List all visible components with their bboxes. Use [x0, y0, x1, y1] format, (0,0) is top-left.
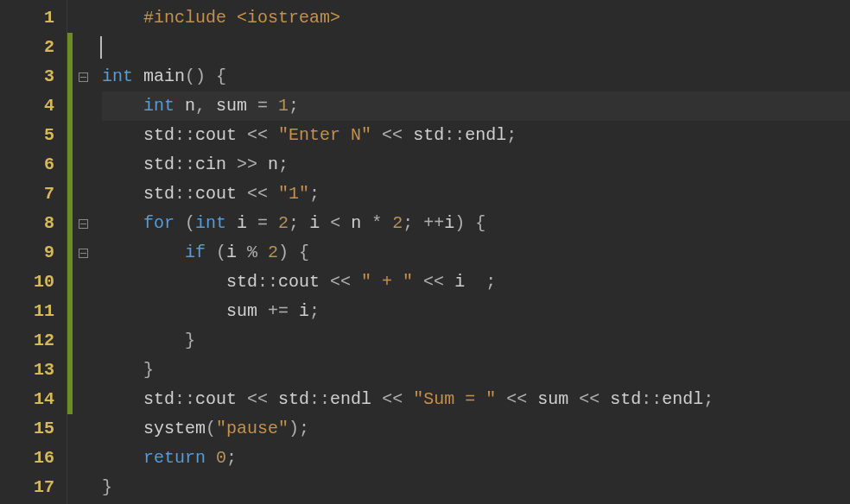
code-line[interactable]: int n, sum = 1; — [102, 91, 850, 121]
token: cout — [195, 389, 247, 409]
code-line[interactable]: if (i % 2) { — [102, 238, 850, 268]
code-line[interactable]: for (int i = 2; i < n * 2; ++i) { — [102, 209, 850, 238]
code-line[interactable]: std::cout << std::endl << "Sum = " << su… — [102, 385, 850, 414]
code-line[interactable]: sum += i; — [102, 297, 850, 326]
fold-cell — [73, 121, 93, 150]
fold-cell — [73, 150, 93, 180]
fold-cell — [73, 356, 93, 385]
token: if — [185, 243, 216, 262]
token: ; — [403, 213, 423, 233]
token: ); — [289, 419, 309, 438]
code-line[interactable] — [102, 33, 850, 62]
code-area[interactable]: #include <iostream>int main() { int n, s… — [93, 0, 850, 504]
token: i — [309, 213, 330, 233]
token: } — [143, 360, 154, 380]
token: std — [143, 154, 174, 174]
fold-toggle-icon[interactable] — [79, 219, 88, 229]
line-number: 16 — [19, 444, 54, 473]
code-editor[interactable]: 1234567891011121314151617 #include <iost… — [0, 0, 850, 504]
code-line[interactable]: } — [102, 326, 850, 356]
line-number: 6 — [19, 150, 54, 180]
token: << — [247, 125, 278, 145]
token: :: — [641, 389, 662, 409]
token: return — [143, 448, 216, 468]
fold-toggle-icon[interactable] — [79, 72, 88, 82]
code-line[interactable]: system("pause"); — [102, 414, 850, 444]
token: ) { — [454, 213, 485, 233]
code-line[interactable]: int main() { — [102, 62, 850, 91]
token: #include — [143, 8, 237, 28]
fold-cell[interactable] — [73, 209, 93, 238]
fold-cell — [73, 91, 93, 121]
token: std — [143, 389, 174, 409]
code-line[interactable]: #include <iostream> — [102, 3, 850, 33]
line-number: 12 — [19, 326, 54, 356]
code-line[interactable]: std::cout << "1"; — [102, 180, 850, 209]
fold-cell — [73, 33, 93, 62]
token: :: — [257, 272, 278, 292]
token: endl — [662, 389, 703, 409]
token: 1 — [278, 96, 289, 116]
token: int — [102, 66, 143, 86]
fold-cell — [73, 297, 93, 326]
token: :: — [309, 389, 330, 409]
token: ( — [206, 419, 216, 438]
line-number: 5 — [19, 121, 54, 150]
token: } — [102, 477, 112, 497]
token: std — [226, 272, 257, 292]
token: ++ — [423, 213, 444, 233]
token: endl — [330, 389, 382, 409]
code-line[interactable]: std::cout << "Enter N" << std::endl; — [102, 121, 850, 150]
token: std — [610, 389, 641, 409]
fold-cell[interactable] — [73, 238, 93, 268]
token: :: — [174, 125, 195, 145]
token: sum — [216, 96, 257, 116]
code-line[interactable]: } — [102, 473, 850, 502]
fold-toggle-icon[interactable] — [79, 249, 88, 258]
token: << — [247, 389, 278, 409]
line-number: 7 — [19, 180, 54, 209]
line-number: 1 — [19, 3, 54, 33]
fold-cell[interactable] — [73, 62, 93, 91]
token: ) { — [278, 243, 309, 262]
token: system — [143, 419, 206, 438]
line-number: 8 — [19, 209, 54, 238]
token: = — [257, 96, 278, 116]
token: ; — [289, 213, 309, 233]
token: >> — [237, 154, 268, 174]
code-line[interactable]: } — [102, 356, 850, 385]
code-line[interactable]: std::cin >> n; — [102, 150, 850, 180]
token: :: — [174, 154, 195, 174]
fold-cell — [73, 444, 93, 473]
fold-cell — [73, 3, 93, 33]
line-number: 15 — [19, 414, 54, 444]
token: std — [278, 389, 309, 409]
token: << — [247, 184, 278, 204]
token: "1" — [278, 184, 309, 204]
code-line[interactable]: return 0; — [102, 444, 850, 473]
token: i — [237, 213, 257, 233]
token: ; — [703, 389, 714, 409]
token: " + " — [361, 272, 413, 292]
code-line[interactable]: std::cout << " + " << i ; — [102, 268, 850, 297]
token: :: — [444, 125, 465, 145]
token: "pause" — [216, 419, 289, 438]
token: << — [371, 125, 413, 145]
token: "Sum = " — [413, 389, 496, 409]
line-number: 13 — [19, 356, 54, 385]
line-number: 9 — [19, 238, 54, 268]
line-number: 3 — [19, 62, 54, 91]
fold-column — [73, 0, 93, 504]
token: n — [351, 213, 371, 233]
fold-cell — [73, 414, 93, 444]
fold-cell — [73, 180, 93, 209]
line-number-gutter: 1234567891011121314151617 — [0, 0, 67, 504]
token: 2 — [392, 213, 403, 233]
token: i — [444, 213, 454, 233]
token: :: — [174, 184, 195, 204]
token: , — [195, 96, 216, 116]
token: } — [185, 331, 195, 350]
token: * — [371, 213, 392, 233]
token: << — [496, 389, 537, 409]
token: << — [330, 272, 361, 292]
